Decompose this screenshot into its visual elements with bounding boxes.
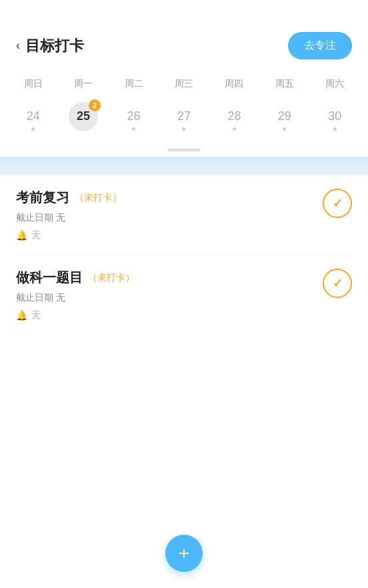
header: ‹ 目标打卡 去专注	[0, 0, 368, 70]
date-dot-29	[283, 127, 286, 131]
task-item-1: 考前复习 （未打卡） 截止日期 无 🔔 无 ✓	[16, 189, 352, 255]
checkmark-icon-1: ✓	[333, 197, 343, 209]
date-27[interactable]: 27	[159, 104, 209, 137]
fab-button[interactable]: +	[165, 535, 203, 572]
weekday-sun: 周日	[8, 75, 58, 93]
date-26[interactable]: 26	[109, 104, 159, 137]
page-title: 目标打卡	[25, 36, 84, 56]
date-dot-30	[333, 127, 337, 131]
task-name-2: 做科一题目	[16, 269, 83, 287]
task-reminder-1: 🔔 无	[16, 229, 352, 241]
date-30[interactable]: 30	[310, 104, 360, 137]
task-deadline-2: 截止日期 无	[16, 292, 352, 304]
date-dot-24	[31, 127, 35, 131]
fab-container: +	[165, 535, 203, 572]
blue-band	[0, 157, 368, 175]
date-dot-28	[233, 127, 236, 131]
weekday-tue: 周二	[109, 75, 159, 93]
date-29[interactable]: 29	[259, 104, 309, 137]
task-reminder-2: 🔔 无	[16, 309, 352, 321]
check-button-2[interactable]: ✓	[323, 269, 352, 298]
bell-icon-2: 🔔	[16, 310, 27, 321]
task-list: 考前复习 （未打卡） 截止日期 无 🔔 无 ✓ 做科一题目 （未打卡） 截止日期…	[0, 175, 368, 335]
task-name-1: 考前复习	[16, 189, 69, 207]
reminder-text-1: 无	[31, 229, 41, 241]
date-28[interactable]: 28	[209, 104, 259, 137]
focus-button[interactable]: 去专注	[288, 32, 352, 59]
weekday-thu: 周四	[209, 75, 259, 93]
date-dot-26	[132, 127, 135, 131]
check-button-1[interactable]: ✓	[323, 189, 352, 218]
weekdays-row: 周日 周一 周二 周三 周四 周五 周六	[0, 75, 368, 93]
task-deadline-1: 截止日期 无	[16, 212, 352, 224]
selected-circle: 25 2	[69, 102, 98, 131]
header-left: ‹ 目标打卡	[16, 36, 84, 56]
checkmark-icon-2: ✓	[333, 277, 343, 289]
dates-row: 24 25 2 26 27 28 29	[0, 98, 368, 143]
date-24[interactable]: 24	[8, 104, 58, 137]
reminder-text-2: 无	[31, 309, 41, 321]
back-arrow-icon[interactable]: ‹	[16, 39, 20, 53]
task-title-row-1: 考前复习 （未打卡）	[16, 189, 352, 207]
weekday-mon: 周一	[58, 75, 108, 93]
date-dot-27	[182, 127, 185, 131]
task-status-2: （未打卡）	[88, 272, 135, 284]
calendar-section: 周日 周一 周二 周三 周四 周五 周六 24 25 2 26 27	[0, 70, 368, 154]
weekday-wed: 周三	[159, 75, 209, 93]
task-item-2: 做科一题目 （未打卡） 截止日期 无 🔔 无 ✓	[16, 269, 352, 335]
task-status-1: （未打卡）	[75, 192, 121, 204]
task-title-row-2: 做科一题目 （未打卡）	[16, 269, 352, 287]
scroll-indicator	[0, 143, 368, 154]
date-25[interactable]: 25 2	[58, 98, 108, 143]
bell-icon-1: 🔔	[16, 230, 27, 241]
scroll-bar	[168, 149, 200, 151]
weekday-sat: 周六	[310, 75, 360, 93]
fab-plus-icon: +	[179, 544, 189, 563]
weekday-fri: 周五	[259, 75, 309, 93]
date-badge: 2	[89, 99, 101, 111]
